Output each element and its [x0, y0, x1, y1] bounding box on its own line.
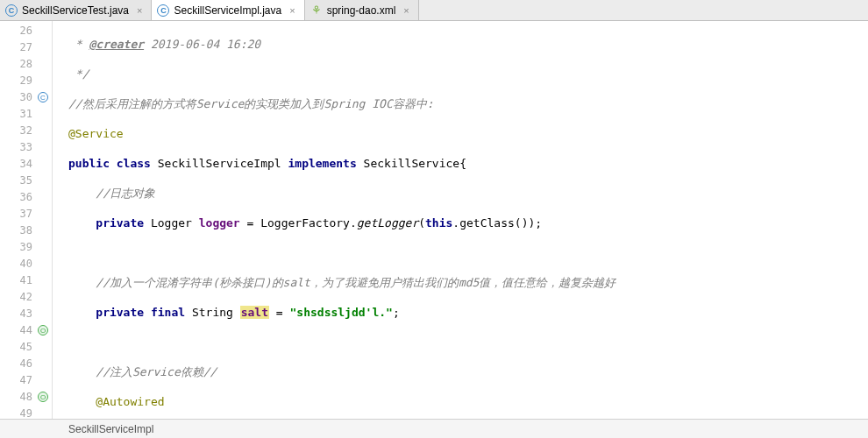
tab-label: spring-dao.xml — [327, 4, 396, 17]
tab-seckillservicetest[interactable]: C SeckillServiceTest.java × — [0, 0, 152, 20]
breadcrumb-bar[interactable]: SeckillServiceImpl — [0, 419, 868, 438]
code-editor[interactable]: * @creater 2019-06-04 16:20 */ //然后采用注解的… — [53, 21, 868, 419]
editor-tabs: C SeckillServiceTest.java × C SeckillSer… — [0, 0, 868, 21]
editor-area: 26 27 28 29 30C 31 32 33 34 35 36 37 38 … — [0, 21, 868, 419]
tab-seckillserviceimpl[interactable]: C SeckillServiceImpl.java × — [152, 0, 304, 20]
tab-label: SeckillServiceTest.java — [22, 4, 129, 17]
breadcrumb-item[interactable]: SeckillServiceImpl — [68, 423, 153, 435]
line-gutter: 26 27 28 29 30C 31 32 33 34 35 36 37 38 … — [0, 21, 53, 419]
close-icon[interactable]: × — [137, 5, 142, 16]
tab-spring-dao[interactable]: ⚘ spring-dao.xml × — [305, 0, 419, 20]
spring-icon: ⚘ — [310, 4, 323, 17]
override-gutter-icon[interactable]: O — [38, 325, 48, 336]
java-class-icon: C — [5, 4, 18, 17]
close-icon[interactable]: × — [403, 5, 409, 16]
class-gutter-icon[interactable]: C — [38, 92, 48, 102]
java-class-icon: C — [157, 4, 169, 17]
close-icon[interactable]: × — [289, 5, 295, 16]
override-gutter-icon[interactable]: O — [38, 392, 48, 402]
tab-label: SeckillServiceImpl.java — [174, 4, 281, 17]
